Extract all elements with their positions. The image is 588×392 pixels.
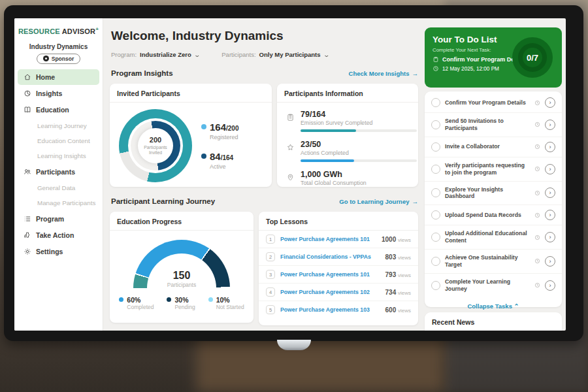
lesson-link[interactable]: Financial Considerations - VPPAs bbox=[280, 253, 380, 260]
lesson-link[interactable]: Power Purchase Agreements 101 bbox=[280, 271, 380, 278]
sidebar-item-insights[interactable]: Insights bbox=[18, 86, 99, 101]
arrow-right-icon: → bbox=[412, 70, 419, 77]
sidebar-item-settings[interactable]: Settings bbox=[18, 244, 99, 259]
registered-dot bbox=[201, 124, 206, 129]
learning-journey-header: Participant Learning Journey Go to Learn… bbox=[111, 197, 418, 205]
recent-news-card: Recent News bbox=[425, 312, 562, 331]
task-go-button[interactable]: › bbox=[545, 280, 555, 291]
task-row: Achieve One Sustainability Target › bbox=[425, 250, 562, 274]
emission-progress-bar bbox=[301, 129, 356, 132]
check-more-insights-link[interactable]: Check More Insights → bbox=[349, 70, 418, 77]
lesson-row: 4 Power Purchase Agreements 102 734 view… bbox=[259, 284, 418, 301]
participants-information-card: Participants Information 79/164 Emission… bbox=[277, 84, 418, 187]
sidebar-item-learning-insights[interactable]: Learning Insights bbox=[18, 148, 99, 163]
task-checkbox[interactable] bbox=[431, 210, 440, 220]
sidebar-item-education[interactable]: Education bbox=[18, 102, 99, 118]
lesson-link[interactable]: Power Purchase Agreements 103 bbox=[280, 306, 380, 313]
task-checkbox[interactable] bbox=[431, 98, 440, 107]
sidebar-item-manage-participants[interactable]: Manage Participants bbox=[18, 195, 99, 210]
sidebar-item-learning-journey[interactable]: Learning Journey bbox=[18, 118, 99, 133]
gauge-legend: 60% Completed 30% Pending 10% Not Starte… bbox=[119, 296, 244, 310]
pending-dot bbox=[167, 297, 171, 302]
sidebar-item-education-content[interactable]: Education Content bbox=[18, 133, 99, 148]
task-row: Invite a Collaborator › bbox=[425, 137, 562, 157]
task-clock-icon bbox=[534, 144, 540, 150]
sidebar: RESOURCE ADVISOR+ Industry Dynamics Spon… bbox=[14, 18, 103, 331]
task-checkbox[interactable] bbox=[431, 257, 440, 266]
list-icon bbox=[24, 215, 31, 223]
task-go-button[interactable]: › bbox=[545, 188, 555, 198]
page-title: Welcome, Industry Dynamics bbox=[111, 29, 284, 43]
clock-icon bbox=[433, 65, 439, 72]
chevron-down-icon[interactable]: ⌄ bbox=[193, 52, 201, 58]
chevron-up-icon: ⌃ bbox=[514, 302, 519, 310]
lesson-row: 1 Power Purchase Agreements 101 1000 vie… bbox=[259, 231, 418, 248]
sidebar-nav: Home Insights Education Learning Journey… bbox=[14, 69, 103, 259]
task-checkbox[interactable] bbox=[431, 165, 440, 174]
lesson-link[interactable]: Power Purchase Agreements 101 bbox=[280, 236, 376, 242]
task-clock-icon bbox=[534, 166, 540, 172]
actions-icon bbox=[286, 142, 295, 154]
sidebar-item-take-action[interactable]: Take Action bbox=[18, 227, 99, 243]
not-started-legend-item: 10% Not Started bbox=[208, 296, 244, 310]
registered-legend-item: 164/200 Registered bbox=[201, 122, 239, 140]
go-to-learning-journey-link[interactable]: Go to Learning Journey → bbox=[339, 198, 418, 205]
task-checkbox[interactable] bbox=[431, 142, 440, 152]
pending-legend-item: 30% Pending bbox=[167, 296, 195, 310]
lesson-row: 5 Power Purchase Agreements 103 600 view… bbox=[259, 301, 418, 318]
completed-dot bbox=[119, 297, 123, 302]
todo-progress-ring: 0/7 bbox=[512, 37, 553, 78]
top-lessons-card: Top Lessons 1 Power Purchase Agreements … bbox=[259, 212, 418, 325]
main-content: Welcome, Industry Dynamics Program: Indu… bbox=[103, 18, 566, 331]
app-logo: RESOURCE ADVISOR+ bbox=[14, 24, 103, 41]
task-clock-icon bbox=[534, 100, 540, 106]
survey-icon bbox=[286, 112, 295, 124]
task-clock-icon bbox=[534, 122, 540, 127]
filters-row: Program: Industrialize Zero ⌄ Participan… bbox=[111, 51, 329, 58]
org-name: Industry Dynamics bbox=[14, 43, 103, 50]
emission-survey-row: 79/164 Emission Survey Completed bbox=[285, 106, 410, 137]
todo-task-list: Confirm Your Program Details › Send 50 I… bbox=[425, 91, 562, 307]
task-checkbox[interactable] bbox=[431, 281, 440, 290]
task-row: Verify participants requesting to join t… bbox=[425, 157, 562, 182]
task-go-button[interactable]: › bbox=[545, 164, 555, 174]
task-row: Complete Your Learning Journey › bbox=[425, 274, 562, 297]
actions-progress-bar bbox=[301, 159, 354, 162]
home-icon bbox=[24, 73, 31, 81]
location-pin-icon bbox=[286, 172, 295, 184]
sidebar-item-general-data[interactable]: General Data bbox=[18, 180, 99, 195]
insights-icon bbox=[24, 90, 31, 97]
puzzle-icon bbox=[24, 231, 31, 239]
task-go-button[interactable]: › bbox=[545, 97, 555, 108]
app-window: RESOURCE ADVISOR+ Industry Dynamics Spon… bbox=[14, 18, 566, 331]
sidebar-item-program[interactable]: Program bbox=[18, 211, 99, 227]
sidebar-item-home[interactable]: Home bbox=[18, 69, 99, 85]
book-icon bbox=[24, 106, 31, 114]
task-row: Explore Your Insights Dashboard › bbox=[425, 182, 562, 206]
task-checkbox[interactable] bbox=[431, 188, 440, 197]
program-insights-header: Program Insights Check More Insights → bbox=[111, 69, 418, 77]
invited-participants-card: Invited Participants 200 Participants In… bbox=[110, 84, 272, 187]
lesson-link[interactable]: Power Purchase Agreements 102 bbox=[280, 289, 380, 295]
sidebar-item-participants[interactable]: Participants bbox=[18, 164, 99, 180]
collapse-tasks-link[interactable]: Collapse Tasks ⌃ bbox=[425, 297, 562, 312]
active-legend-item: 84/164 Active bbox=[201, 151, 239, 170]
task-go-button[interactable]: › bbox=[545, 256, 555, 267]
task-go-button[interactable]: › bbox=[545, 232, 555, 242]
task-checkbox[interactable] bbox=[431, 120, 440, 129]
task-go-button[interactable]: › bbox=[545, 142, 555, 152]
task-checkbox[interactable] bbox=[431, 233, 440, 242]
participants-filter[interactable]: Participants: Only My Participants ⌄ bbox=[221, 51, 329, 58]
chevron-down-icon[interactable]: ⌄ bbox=[323, 52, 330, 58]
active-dot bbox=[201, 154, 206, 159]
task-go-button[interactable]: › bbox=[545, 120, 555, 130]
monitor-stand bbox=[277, 340, 311, 350]
task-row: Upload Spend Data Records › bbox=[425, 205, 562, 225]
consumption-row: 1,000 GWh Total Global Consumption bbox=[285, 167, 410, 187]
arrow-right-icon: → bbox=[412, 198, 419, 205]
program-filter[interactable]: Program: Industrialize Zero ⌄ bbox=[111, 51, 199, 58]
education-gauge-chart: 150 Participants bbox=[133, 240, 230, 288]
task-go-button[interactable]: › bbox=[545, 210, 555, 220]
sponsor-badge: Sponsor bbox=[37, 54, 80, 64]
lesson-row: 2 Financial Considerations - VPPAs 803 v… bbox=[259, 248, 418, 266]
